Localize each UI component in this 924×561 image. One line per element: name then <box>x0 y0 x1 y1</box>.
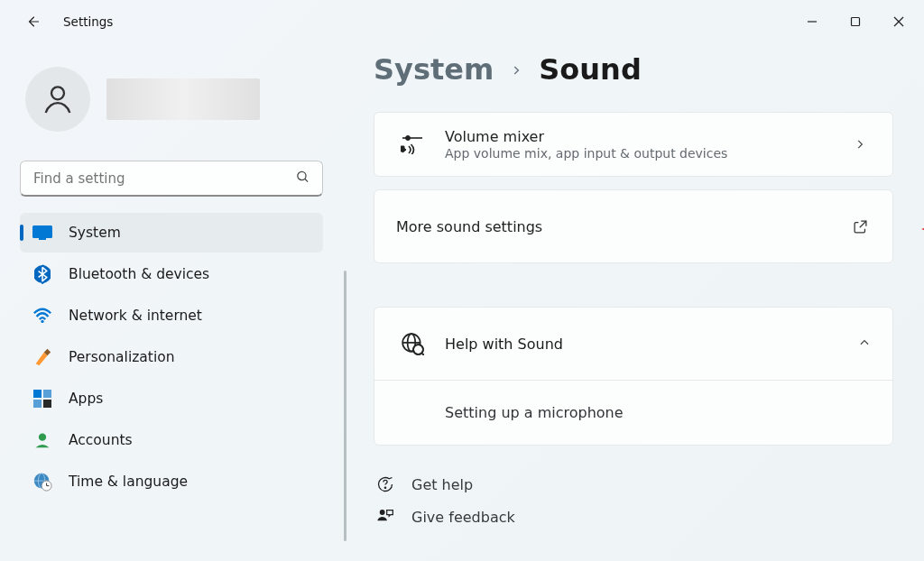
breadcrumb-current: Sound <box>539 52 642 87</box>
globe-clock-icon <box>32 472 52 492</box>
svg-rect-8 <box>39 238 46 240</box>
nav-label: Apps <box>69 391 103 407</box>
sidebar-scrollbar[interactable] <box>344 271 346 541</box>
apps-icon <box>32 389 52 409</box>
nav-label: Personalization <box>69 349 175 365</box>
card-volume-mixer[interactable]: Volume mixer App volume mix, app input &… <box>374 112 893 177</box>
nav-label: Bluetooth & devices <box>69 266 209 282</box>
nav-label: Accounts <box>69 432 133 448</box>
link-get-help[interactable]: Get help <box>375 474 893 494</box>
card-title: More sound settings <box>396 218 849 235</box>
window-title: Settings <box>63 14 113 29</box>
svg-rect-12 <box>43 390 51 398</box>
svg-line-32 <box>422 354 424 355</box>
nav-label: Network & internet <box>69 308 202 324</box>
nav-item-apps[interactable]: Apps <box>20 379 323 418</box>
svg-point-5 <box>298 171 306 179</box>
svg-point-33 <box>384 487 385 488</box>
titlebar: Settings <box>0 0 924 43</box>
search-input[interactable] <box>20 161 323 197</box>
svg-rect-24 <box>401 146 404 152</box>
nav-item-bluetooth[interactable]: Bluetooth & devices <box>20 254 323 294</box>
search-container <box>20 161 323 197</box>
footer-links: Get help Give feedback <box>374 474 893 527</box>
help-icon <box>375 474 395 494</box>
footer-link-label: Get help <box>411 476 473 493</box>
close-button[interactable] <box>877 5 920 38</box>
card-help-with-sound: Help with Sound Setting up a microphone <box>374 307 893 446</box>
svg-point-23 <box>406 136 411 141</box>
wifi-icon <box>32 306 52 326</box>
avatar <box>25 67 90 132</box>
profile-name-redacted <box>106 78 260 120</box>
help-globe-icon <box>396 332 429 355</box>
profile-block[interactable] <box>25 67 332 132</box>
help-item-mic-setup[interactable]: Setting up a microphone <box>374 380 892 445</box>
nav-item-time-language[interactable]: Time & language <box>20 462 323 501</box>
breadcrumb: System Sound <box>374 52 893 87</box>
bluetooth-icon <box>32 264 52 284</box>
feedback-icon <box>375 507 395 527</box>
svg-point-10 <box>41 320 43 323</box>
search-icon <box>295 170 310 189</box>
card-title: Volume mixer <box>445 128 849 145</box>
nav-item-personalization[interactable]: Personalization <box>20 337 323 377</box>
svg-rect-11 <box>33 390 42 398</box>
nav-item-system[interactable]: System <box>20 213 323 253</box>
svg-rect-7 <box>32 225 52 238</box>
chevron-right-icon <box>849 138 871 151</box>
chevron-up-icon <box>858 336 871 353</box>
back-button[interactable] <box>25 14 42 30</box>
link-give-feedback[interactable]: Give feedback <box>375 507 893 527</box>
nav-item-network[interactable]: Network & internet <box>20 296 323 336</box>
maximize-button[interactable] <box>834 5 877 38</box>
open-external-icon <box>849 219 871 235</box>
svg-point-34 <box>380 510 385 515</box>
content-area: System Sound Volume mixer App volume mix… <box>343 43 924 561</box>
accounts-icon <box>32 430 52 450</box>
help-item-label: Setting up a microphone <box>445 404 624 421</box>
system-icon <box>32 223 52 243</box>
card-more-sound-settings[interactable]: More sound settings <box>374 189 893 263</box>
nav-label: System <box>69 225 121 241</box>
svg-rect-13 <box>33 400 42 408</box>
svg-rect-1 <box>852 18 860 26</box>
svg-point-4 <box>51 87 64 99</box>
nav-label: Time & language <box>69 474 188 490</box>
sidebar: System Bluetooth & devices Network & int… <box>0 43 343 561</box>
footer-link-label: Give feedback <box>411 509 515 526</box>
breadcrumb-parent[interactable]: System <box>374 52 494 87</box>
nav-list: System Bluetooth & devices Network & int… <box>20 213 332 501</box>
nav-item-accounts[interactable]: Accounts <box>20 420 323 460</box>
brush-icon <box>32 347 52 367</box>
svg-point-15 <box>39 434 46 441</box>
mixer-icon <box>396 134 429 154</box>
help-title: Help with Sound <box>445 336 858 353</box>
help-header[interactable]: Help with Sound <box>374 308 892 380</box>
chevron-right-icon <box>510 59 522 81</box>
minimize-button[interactable] <box>790 5 834 38</box>
svg-rect-14 <box>43 400 51 408</box>
svg-line-6 <box>305 179 308 181</box>
card-subtitle: App volume mix, app input & output devic… <box>445 146 849 161</box>
